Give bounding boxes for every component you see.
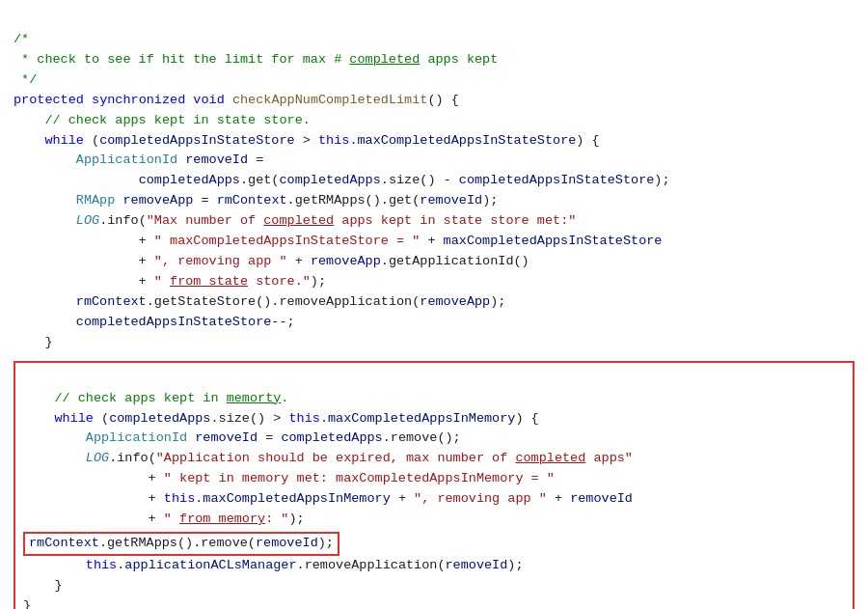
code-viewer: /* * check to see if hit the limit for m…	[14, 10, 854, 353]
log-memory-1b: + " kept in memory met: maxCompletedApps…	[23, 471, 555, 485]
log-memory-1c: + this.maxCompletedAppsInMemory + ", rem…	[23, 491, 633, 506]
close-method: }	[23, 598, 31, 609]
log-memory-1a: LOG.info("Application should be expired,…	[23, 451, 633, 465]
decrement-state: completedAppsInStateStore--;	[14, 315, 295, 329]
rmapp-decl: RMApp removeApp = rmContext.getRMApps().…	[14, 193, 498, 208]
while-memory: while (completedApps.size() > this.maxCo…	[23, 411, 539, 426]
log-state-1b: + " maxCompletedAppsInStateStore = " + m…	[14, 234, 662, 248]
comment-state-store: // check apps kept in state store.	[14, 113, 311, 127]
acls-remove: this.applicationACLsManager.removeApplic…	[23, 558, 524, 572]
comment-line-2: * check to see if hit the limit for max …	[14, 52, 498, 67]
rmcontext-state: rmContext.getStateStore().removeApplicat…	[14, 294, 505, 309]
code-memory-section: // check apps kept in memorty. while (co…	[23, 369, 845, 609]
comment-line-3: */	[14, 72, 37, 87]
inner-highlight-box: rmContext.getRMApps().remove(removeId);	[23, 532, 339, 556]
rmcontext-memory: rmContext.getRMApps().remove(removeId);	[29, 536, 334, 550]
log-state-1c: + ", removing app " + removeApp.getAppli…	[14, 254, 529, 268]
close-while-memory: }	[23, 578, 63, 593]
close-while-state: }	[14, 335, 53, 349]
appid-decl-1: ApplicationId removeId =	[14, 152, 263, 167]
method-signature: protected synchronized void checkAppNumC…	[14, 93, 459, 107]
appid-memory: ApplicationId removeId = completedApps.r…	[23, 430, 461, 445]
highlighted-section: // check apps kept in memorty. while (co…	[14, 361, 854, 609]
comment-memory: // check apps kept in memorty.	[23, 391, 288, 405]
appid-val-1: completedApps.get(completedApps.size() -…	[14, 173, 670, 187]
comment-line-1: /*	[14, 32, 29, 46]
log-memory-1d: + " from memory: ");	[23, 512, 305, 526]
log-state-1d: + " from state store.");	[14, 274, 326, 289]
log-state-1a: LOG.info("Max number of completed apps k…	[14, 213, 576, 228]
while-state: while (completedAppsInStateStore > this.…	[14, 133, 600, 148]
